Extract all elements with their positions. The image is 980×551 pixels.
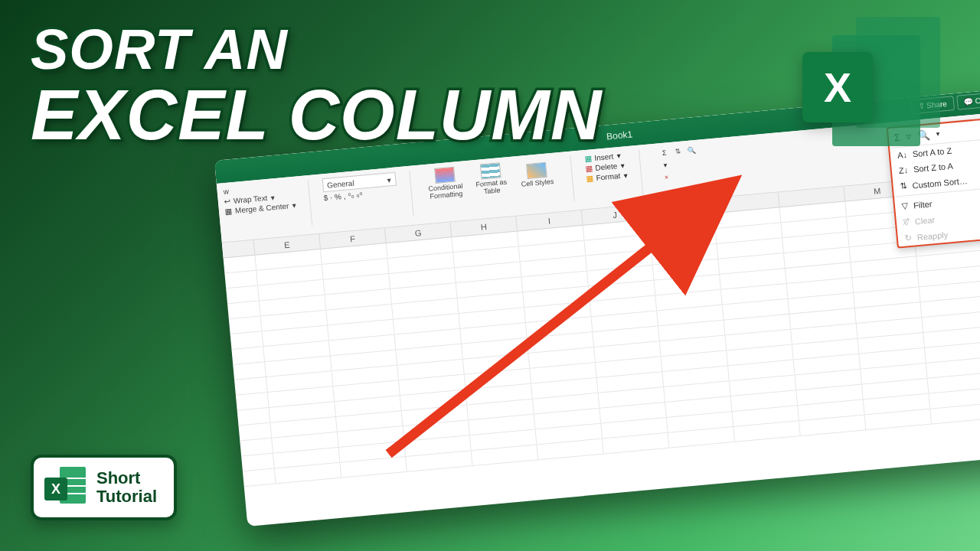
wrap-text-icon: ↩︎ (224, 197, 230, 206)
clear-button[interactable]: × (660, 171, 673, 183)
select-all-corner[interactable] (222, 240, 256, 258)
dropdown-icon: ▾ (292, 201, 296, 210)
badge-text: Short Tutorial (96, 469, 157, 506)
filter-icon: ▽ (901, 201, 908, 211)
comments-button[interactable]: 💬 Comments (956, 90, 980, 109)
comment-icon: 💬 (963, 97, 973, 106)
separator (570, 156, 574, 202)
comma-button[interactable]: , (343, 192, 346, 201)
short-tutorial-badge: X Short Tutorial (31, 455, 177, 520)
dropdown-icon: ▾ (620, 161, 625, 170)
delete-icon: ▦ (585, 164, 593, 173)
separator (307, 180, 312, 226)
autosum-button[interactable]: Σ (658, 147, 671, 158)
headline-line-2: Excel Column (31, 80, 602, 150)
headline: Sort an Excel Column (31, 21, 602, 150)
conditional-formatting-button[interactable]: Conditional Formatting (423, 165, 468, 201)
table-icon (479, 162, 501, 179)
separator (409, 171, 413, 217)
custom-sort-icon: ⇅ (900, 181, 907, 191)
find-button[interactable]: 🔍 (685, 145, 698, 156)
conditional-formatting-icon (434, 167, 456, 184)
excel-mini-logo: X (44, 467, 86, 508)
increase-decimal-button[interactable]: ⁰₀ (348, 191, 354, 200)
dropdown-icon: ▾ (270, 193, 275, 201)
reapply-icon: ↻ (904, 233, 912, 243)
excel-logo: X (802, 17, 940, 139)
format-as-table-button[interactable]: Format as Table (469, 161, 513, 197)
cell-styles-icon (526, 162, 547, 179)
format-button[interactable]: ▦ Format ▾ (586, 171, 627, 183)
chevron-down-icon: ▾ (387, 175, 391, 184)
number-group: General ▾ $ · % , ⁰₀ ₀⁰ (322, 172, 397, 203)
format-icon: ▦ (586, 174, 593, 183)
mini-badge-icon: X (44, 478, 67, 500)
sort-filter-button[interactable]: ⇅ (671, 145, 684, 157)
alignment-group: w ↩︎ Wrap Text ▾ ▦ Merge & Center ▾ (223, 181, 296, 216)
clear-filter-icon: ▽̸ (903, 217, 910, 227)
sort-descending-icon: Z↓ (898, 165, 908, 175)
dropdown-icon: ▾ (616, 152, 621, 160)
insert-icon: ▦ (584, 154, 592, 163)
merge-icon: ▦ (225, 207, 233, 216)
decrease-decimal-button[interactable]: ₀⁰ (356, 191, 363, 199)
editing-group: Σ ⇅ 🔍 ▾ × (658, 145, 701, 184)
excel-badge-icon: X (802, 52, 873, 122)
cells-group: ▦ Insert ▾ ▦ Delete ▾ ▦ Format ▾ (584, 151, 628, 183)
cell-styles-button[interactable]: Cell Styles (515, 161, 559, 189)
percent-button[interactable]: % (334, 192, 341, 201)
currency-button[interactable]: $ (323, 194, 328, 202)
dropdown-icon: ▾ (623, 171, 628, 179)
fill-button[interactable]: ▾ (659, 159, 672, 171)
document-title: Book1 (606, 129, 633, 142)
separator (639, 150, 643, 196)
styles-group: Conditional Formatting Format as Table C… (423, 158, 559, 201)
sort-ascending-icon: A↓ (897, 150, 908, 160)
headline-line-1: Sort an (31, 21, 602, 78)
